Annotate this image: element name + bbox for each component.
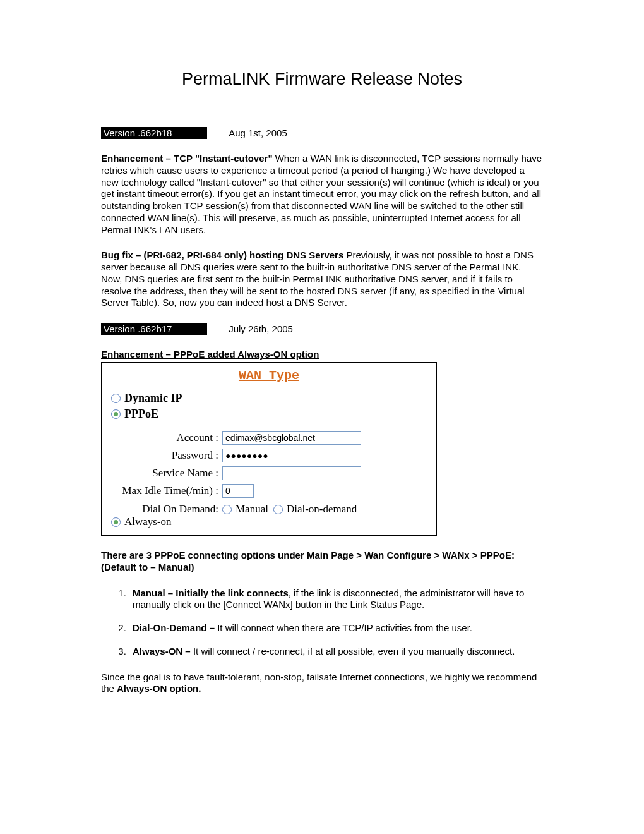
radio-label: Always-on: [124, 516, 172, 528]
document-page: PermaLINK Firmware Release Notes Version…: [0, 0, 644, 759]
dial-label: Dial On Demand:: [111, 503, 222, 516]
pppoe-form: Account : edimax@sbcglobal.net Password …: [111, 431, 427, 528]
radio-icon: [111, 517, 121, 527]
radio-label: Manual: [236, 503, 268, 516]
bold-lead: Always-ON –: [133, 646, 193, 656]
radio-icon: [273, 505, 283, 514]
radio-label: Dynamic IP: [124, 392, 182, 405]
list-item: Dial-On-Demand – It will connect when th…: [129, 622, 543, 634]
dial-radio-alwayson[interactable]: Always-on: [111, 516, 172, 528]
radio-label: PPPoE: [124, 408, 158, 421]
account-label: Account :: [111, 432, 222, 444]
version-date: Aug 1st, 2005: [229, 128, 287, 138]
wan-type-header: WAN Type: [111, 368, 427, 383]
version-date: July 26th, 2005: [229, 323, 293, 334]
page-title: PermaLINK Firmware Release Notes: [101, 70, 543, 89]
account-input[interactable]: edimax@sbcglobal.net: [222, 431, 361, 445]
dial-on-demand-row: Dial On Demand: Manual Dial-on-demand Al…: [111, 503, 427, 528]
paragraph-enhancement-tcp: Enhancement – TCP "Instant-cutover" When…: [101, 153, 543, 236]
body-text: It will connect / re-connect, if at all …: [193, 646, 515, 656]
idle-input[interactable]: 0: [222, 484, 254, 498]
radio-icon: [222, 505, 232, 514]
recommendation-para: Since the goal is to have fault-tolerant…: [101, 672, 543, 696]
bold-lead: Enhancement – TCP "Instant-cutover": [101, 153, 275, 164]
body-text: When a WAN link is disconnected, TCP ses…: [101, 153, 542, 235]
password-row: Password : ●●●●●●●●: [111, 449, 427, 462]
password-label: Password :: [111, 449, 222, 462]
version-badge: Version .662b17: [101, 323, 207, 335]
list-item: Manual – Initially the link connects, if…: [129, 588, 543, 612]
bold-lead: Bug fix – (PRI-682, PRI-684 only) hostin…: [101, 250, 346, 260]
service-input[interactable]: [222, 466, 361, 480]
dial-radio-manual[interactable]: Manual: [222, 503, 268, 516]
pppoe-options-list: Manual – Initially the link connects, if…: [129, 588, 543, 658]
list-item: Always-ON – It will connect / re-connect…: [129, 646, 543, 658]
bold-lead: Always-ON option.: [117, 683, 201, 694]
idle-row: Max Idle Time(/min) : 0: [111, 484, 427, 498]
radio-icon: [111, 409, 121, 419]
paragraph-bugfix-dns: Bug fix – (PRI-682, PRI-684 only) hostin…: [101, 250, 543, 309]
version-badge: Version .662b18: [101, 127, 207, 139]
wan-type-radio-dynamic[interactable]: Dynamic IP: [111, 392, 427, 405]
idle-label: Max Idle Time(/min) :: [111, 485, 222, 497]
bold-lead: Manual – Initially the link connects: [133, 588, 289, 598]
wan-type-radio-pppoe[interactable]: PPPoE: [111, 408, 427, 421]
service-row: Service Name :: [111, 466, 427, 480]
account-row: Account : edimax@sbcglobal.net: [111, 431, 427, 445]
radio-label: Dial-on-demand: [287, 503, 357, 516]
password-input[interactable]: ●●●●●●●●: [222, 449, 361, 462]
radio-icon: [111, 394, 121, 403]
service-label: Service Name :: [111, 467, 222, 480]
section-heading-pppoe: Enhancement – PPPoE added Always-ON opti…: [101, 349, 543, 360]
wan-type-panel: WAN Type Dynamic IP PPPoE Account : edim…: [101, 362, 437, 536]
pppoe-options-intro: There are 3 PPPoE connecting options und…: [101, 550, 543, 574]
version-row-2: Version .662b17 July 26th, 2005: [101, 323, 543, 335]
version-row-1: Version .662b18 Aug 1st, 2005: [101, 127, 543, 139]
bold-lead: Dial-On-Demand –: [133, 622, 217, 633]
dial-radio-dialondemand[interactable]: Dial-on-demand: [273, 503, 357, 516]
body-text: It will connect when there are TCP/IP ac…: [217, 622, 472, 633]
